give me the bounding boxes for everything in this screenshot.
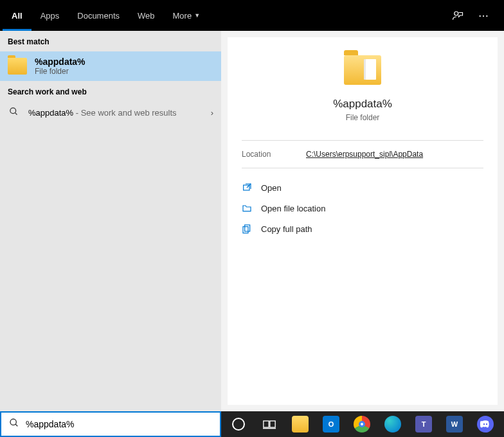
web-header: Search work and web — [0, 81, 221, 102]
search-tabs: All Apps Documents Web More▼ ⋯ — [0, 0, 504, 31]
tab-apps[interactable]: Apps — [32, 0, 69, 31]
cortana-icon[interactable] — [224, 411, 253, 437]
svg-point-1 — [10, 108, 15, 114]
svg-rect-9 — [270, 421, 275, 427]
search-input[interactable] — [26, 419, 212, 429]
open-location-label: Open file location — [261, 204, 325, 213]
search-icon — [8, 107, 19, 118]
copy-icon — [242, 224, 252, 234]
folder-icon — [344, 55, 381, 85]
svg-rect-4 — [245, 225, 250, 231]
folder-open-icon — [242, 203, 252, 213]
svg-line-7 — [15, 424, 17, 426]
taskbar: O T W — [221, 411, 504, 437]
tab-web[interactable]: Web — [129, 0, 164, 31]
folder-icon — [8, 58, 27, 75]
search-box[interactable] — [0, 411, 221, 437]
result-subtitle: File folder — [35, 67, 86, 76]
file-explorer-icon[interactable] — [285, 411, 315, 437]
tab-more[interactable]: More▼ — [164, 0, 210, 31]
word-icon[interactable]: W — [440, 411, 469, 437]
chevron-right-icon: › — [211, 108, 213, 118]
svg-rect-8 — [264, 421, 269, 427]
best-match-header: Best match — [0, 31, 221, 51]
tab-more-label: More — [173, 11, 192, 21]
detail-subtitle: File folder — [346, 113, 380, 122]
copy-path-label: Copy full path — [261, 224, 312, 234]
task-view-icon[interactable] — [255, 411, 284, 437]
teams-icon[interactable]: T — [409, 411, 438, 437]
feedback-icon[interactable] — [445, 0, 471, 31]
results-pane: Best match %appdata% File folder Search … — [0, 31, 221, 411]
edge-icon[interactable] — [378, 411, 408, 437]
open-label: Open — [261, 183, 282, 193]
open-icon — [242, 183, 252, 193]
svg-point-6 — [10, 419, 16, 425]
chrome-icon[interactable] — [347, 411, 377, 437]
tab-documents[interactable]: Documents — [68, 0, 129, 31]
location-label: Location — [242, 150, 306, 159]
open-action[interactable]: Open — [242, 177, 483, 198]
discord-icon[interactable] — [471, 411, 500, 437]
web-result-item[interactable]: %appdata% - See work and web results › — [0, 102, 221, 123]
search-icon — [9, 418, 19, 431]
tab-all[interactable]: All — [3, 0, 32, 31]
svg-rect-5 — [243, 227, 248, 233]
details-pane: %appdata% File folder Location C:\Users\… — [221, 31, 504, 411]
chevron-down-icon: ▼ — [194, 12, 200, 19]
svg-point-12 — [486, 424, 487, 425]
copy-path-action[interactable]: Copy full path — [242, 219, 483, 239]
detail-title: %appdata% — [333, 98, 392, 111]
result-title: %appdata% — [35, 57, 86, 67]
web-result-text: %appdata% - See work and web results — [28, 108, 177, 118]
more-options-icon[interactable]: ⋯ — [471, 0, 496, 31]
outlook-icon[interactable]: O — [316, 411, 346, 437]
svg-point-11 — [483, 424, 485, 425]
best-match-item[interactable]: %appdata% File folder — [0, 51, 221, 81]
svg-line-2 — [15, 112, 17, 114]
location-value[interactable]: C:\Users\erpsupport_sipl\AppData — [306, 150, 423, 159]
open-location-action[interactable]: Open file location — [242, 198, 483, 219]
svg-point-0 — [455, 12, 458, 15]
